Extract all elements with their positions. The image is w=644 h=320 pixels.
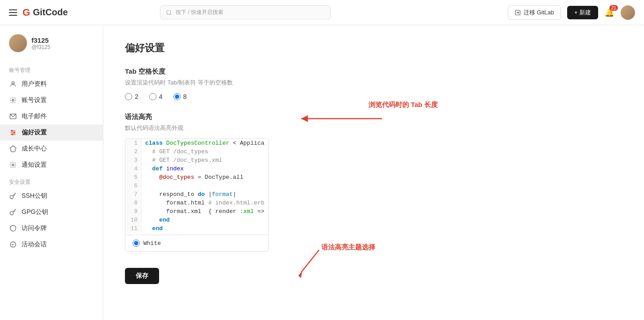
svg-point-9	[11, 130, 13, 132]
sidebar-username: f3125	[31, 36, 50, 44]
svg-marker-12	[10, 146, 16, 151]
tab-size-radio-group: 2 4 8	[125, 93, 486, 100]
code-line-8: 8 format.html # index.html.erb	[125, 199, 268, 207]
key-icon	[9, 192, 17, 200]
sidebar-item-gpg-label: GPG公钥	[22, 208, 48, 216]
code-line-10: 10 end	[125, 216, 268, 224]
line-num-11: 11	[125, 224, 142, 233]
code-line-5: 5 @doc_types = DocType.all	[125, 173, 268, 182]
sidebar-item-growth[interactable]: 成长中心	[0, 141, 103, 157]
code-line-3: 3 # GET /doc_types.xml	[125, 156, 268, 164]
search-box[interactable]: 按下 / 快速开启搜索	[160, 5, 331, 19]
syntax-desc: 默认代码语法高亮外观	[125, 124, 486, 132]
svg-point-15	[10, 212, 13, 215]
tab-size-2-text: 2	[135, 93, 138, 100]
migrate-button[interactable]: 迁移 GitLab	[508, 5, 561, 20]
diamond-icon	[9, 145, 17, 153]
svg-point-13	[12, 164, 14, 166]
logo[interactable]: G GitCode	[22, 7, 68, 18]
save-button[interactable]: 保存	[125, 268, 159, 284]
sidebar-item-profile-label: 用户资料	[22, 80, 47, 88]
logo-g-icon: G	[22, 7, 30, 18]
sidebar-item-access-token[interactable]: 访问令牌	[0, 220, 103, 236]
tab-size-4-label[interactable]: 4	[149, 93, 163, 100]
tab-size-desc: 设置渲染代码时 Tab/制表符 等于的空格数	[125, 79, 486, 87]
topnav: G GitCode 按下 / 快速开启搜索 迁移 GitLab + 新建 🔔 2…	[0, 0, 644, 25]
line-num-4: 4	[125, 164, 142, 173]
line-num-10: 10	[125, 216, 142, 224]
sidebar-item-email[interactable]: 电子邮件	[0, 108, 103, 124]
sidebar-item-account-label: 账号设置	[22, 96, 47, 104]
tab-size-8-text: 8	[183, 93, 187, 100]
tab-size-8-radio[interactable]	[173, 93, 181, 100]
tab-size-2-label[interactable]: 2	[125, 93, 138, 100]
gpg-key-icon	[9, 208, 17, 216]
line-num-1: 1	[125, 139, 142, 147]
sidebar-item-activity[interactable]: 活动会话	[0, 236, 103, 253]
syntax-section: 语法高亮 默认代码语法高亮外观 1 class DocTypesControll…	[125, 113, 486, 252]
code-preview: 1 class DocTypesController < Applica 2 #…	[125, 138, 269, 252]
tab-size-4-radio[interactable]	[149, 93, 156, 100]
sidebar-item-gpg[interactable]: GPG公钥	[0, 204, 103, 220]
activity-icon	[9, 240, 17, 249]
code-line-6: 6	[125, 182, 268, 190]
tab-size-section: Tab 空格长度 设置渲染代码时 Tab/制表符 等于的空格数 2 4 8	[125, 67, 486, 100]
gear-icon	[9, 96, 17, 104]
nav-left: G GitCode	[9, 7, 68, 18]
sidebar-item-notifications[interactable]: 通知设置	[0, 157, 103, 173]
new-label: + 新建	[574, 9, 591, 17]
sidebar-handle: @f3125	[31, 44, 50, 50]
main-content: 偏好设置 Tab 空格长度 设置渲染代码时 Tab/制表符 等于的空格数 2 4…	[103, 25, 508, 320]
notification-badge: 21	[609, 5, 618, 11]
line-num-8: 8	[125, 199, 142, 207]
code-line-1: 1 class DocTypesController < Applica	[125, 139, 268, 147]
theme-radio-white[interactable]: White	[125, 235, 268, 251]
user-icon	[9, 80, 17, 88]
code-line-11: 11 end	[125, 224, 268, 233]
user-avatar[interactable]	[621, 5, 635, 20]
sidebar-item-preferences[interactable]: 偏好设置	[0, 124, 103, 141]
sliders-icon	[9, 129, 17, 137]
theme-white-radio[interactable]	[133, 240, 140, 247]
line-code-3: # GET /doc_types.xml	[142, 156, 268, 164]
sidebar-item-activity-label: 活动会话	[22, 240, 47, 249]
annotation-text-1: 浏览代码时的 Tab 长度	[369, 101, 438, 109]
svg-point-0	[167, 10, 171, 14]
sidebar-item-growth-label: 成长中心	[22, 145, 47, 153]
new-button[interactable]: + 新建	[567, 6, 598, 19]
sidebar-item-account[interactable]: 账号设置	[0, 92, 103, 108]
logo-text: GitCode	[33, 7, 68, 18]
hamburger-menu[interactable]	[9, 9, 17, 16]
nav-right: 迁移 GitLab + 新建 🔔 21	[508, 5, 635, 20]
sidebar-item-access-label: 访问令牌	[22, 224, 47, 232]
page-layout: f3125 @f3125 账号管理 用户资料 账号设置 电子邮件	[0, 25, 644, 320]
syntax-title: 语法高亮	[125, 113, 486, 121]
tab-size-2-radio[interactable]	[125, 93, 132, 100]
line-num-7: 7	[125, 190, 142, 199]
notification-button[interactable]: 🔔 21	[604, 8, 614, 18]
sidebar-user-info: f3125 @f3125	[0, 34, 103, 61]
page-title: 偏好设置	[125, 41, 486, 55]
line-code-10: end	[142, 216, 268, 224]
line-code-6	[142, 182, 268, 183]
line-code-2: # GET /doc_types	[142, 147, 268, 156]
code-line-2: 2 # GET /doc_types	[125, 147, 268, 156]
security-section-title: 安全设置	[0, 173, 103, 188]
sidebar-item-ssh[interactable]: SSH公钥	[0, 188, 103, 204]
sidebar-item-preferences-label: 偏好设置	[22, 129, 47, 137]
svg-point-10	[13, 132, 15, 133]
account-section-title: 账号管理	[0, 61, 103, 76]
svg-point-11	[12, 134, 13, 135]
tab-size-8-label[interactable]: 8	[173, 93, 187, 100]
line-code-7: respond_to do |format|	[142, 190, 268, 199]
sidebar-avatar	[9, 34, 27, 52]
line-num-6: 6	[125, 182, 142, 190]
sidebar-item-notifications-label: 通知设置	[22, 161, 47, 169]
search-icon	[166, 9, 172, 16]
tab-size-title: Tab 空格长度	[125, 67, 486, 76]
code-line-4: 4 def index	[125, 164, 268, 173]
migrate-label: 迁移 GitLab	[524, 9, 554, 17]
line-code-1: class DocTypesController < Applica	[142, 139, 268, 147]
sidebar-item-profile[interactable]: 用户资料	[0, 76, 103, 92]
line-num-2: 2	[125, 147, 142, 156]
